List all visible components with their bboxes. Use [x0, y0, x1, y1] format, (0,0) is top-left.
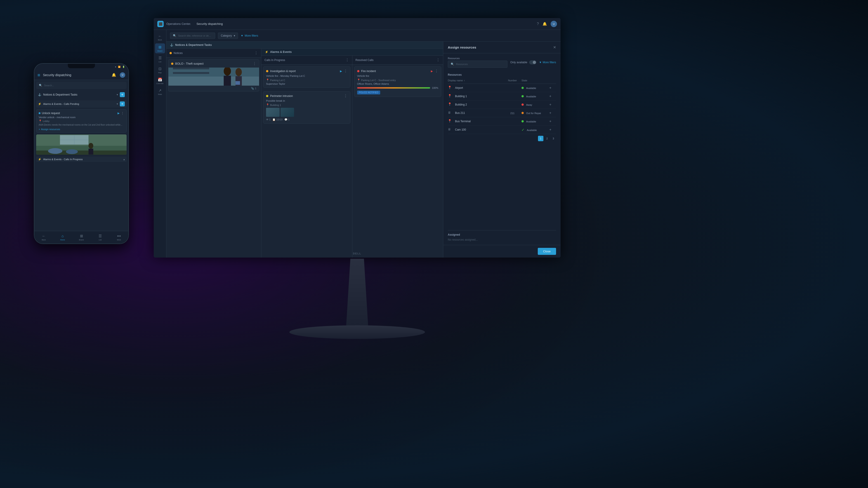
perimeter-title: Perimeter intrusion [270, 94, 342, 98]
investigation-task-card: Investigation & report ▶ ⋮ Vehicle fire … [263, 66, 350, 88]
phone-nav-more[interactable]: ••• More [110, 234, 128, 241]
phone-nav-back-label: Back [42, 239, 46, 241]
page-2-button[interactable]: 2 [544, 136, 550, 141]
bus-terminal-name: Bus Terminal [455, 120, 471, 123]
perimeter-location-pin-icon: 📍 [266, 103, 269, 106]
bus-terminal-state-col: Available [522, 119, 549, 123]
bus211-state-text: Out for Repai [526, 112, 541, 115]
sidebar-label-stats: Stats [158, 93, 162, 95]
phone-nav-back[interactable]: ← Back [34, 234, 53, 241]
perimeter-menu-icon[interactable]: ⋮ [344, 94, 347, 98]
investigation-title: Investigation & report [270, 70, 338, 73]
bell-icon[interactable]: 🔔 [542, 22, 547, 26]
sidebar-item-calendar[interactable]: 📅 Calendar [155, 76, 165, 86]
monitor-screen: ⬛ Operations Center. Security dispatchin… [154, 18, 561, 258]
phone-search-bar[interactable]: 🔍 Search... [36, 82, 127, 89]
toggle-switch[interactable] [529, 60, 536, 64]
sidebar-item-back[interactable]: ← Back [155, 33, 165, 42]
building1-add-button[interactable]: + [549, 94, 551, 98]
sidebar-item-list[interactable]: ☰ List [155, 54, 165, 64]
phone-assign-link[interactable]: + Assign resources [39, 128, 124, 131]
investigation-location-text: Parking Lot C [270, 79, 285, 82]
phone-nav-list[interactable]: ☰ List [91, 234, 110, 241]
investigation-menu-icon[interactable]: ⋮ [344, 69, 347, 73]
fire-progress-fill [357, 87, 430, 89]
stats-icon: ↗ [158, 88, 161, 93]
phone-calls-pending-header[interactable]: ⚡ Alarms & Events - Calls Pending ▾ + [36, 100, 127, 107]
resolved-calls-column: Resolved Calls ⋮ Fire incide [352, 56, 443, 258]
cam100-check-icon: ✓ [522, 128, 524, 132]
phone-calls-pending-add-button[interactable]: + [120, 101, 125, 106]
resolved-calls-menu[interactable]: ⋮ [436, 58, 440, 62]
sidebar-item-stats[interactable]: ↗ Stats [155, 87, 165, 97]
svg-point-13 [236, 68, 242, 76]
phone-unlock-play-icon[interactable]: ▶ [118, 111, 120, 115]
assign-close-button[interactable]: Close [538, 248, 556, 255]
more-filters-button[interactable]: ▼ More filters [241, 34, 258, 37]
airport-add-button[interactable]: + [549, 86, 551, 90]
notices-column: Notices ⋮ BOLO - Theft suspect ⋮ [166, 48, 261, 258]
user-avatar[interactable]: U [551, 21, 557, 27]
investigation-play-icon[interactable]: ▶ [340, 70, 342, 73]
search-box[interactable]: 🔍 Search title, reference or de... [170, 33, 215, 39]
investigation-card-header: Investigation & report ▶ ⋮ [266, 69, 347, 73]
assign-search-input[interactable]: 🔍 Resources [448, 61, 507, 68]
phone-nav-board-label: Board [79, 239, 84, 241]
assigned-section: Assigned No resources assigned... [448, 230, 556, 241]
investigation-people: Supervisor Taylor [266, 83, 347, 85]
col-number-header: Number [503, 79, 522, 82]
col-display-name-label: Display name [448, 79, 463, 82]
bus211-name-col: 🖥 Bus 211 [448, 111, 503, 115]
sidebar-label-calendar: Calendar [156, 83, 163, 85]
phone-nav-home[interactable]: ⌂ Home [53, 234, 72, 241]
assign-search-text: Resources [456, 63, 468, 66]
phone-unlock-status-dot [39, 112, 40, 114]
sidebar-item-board[interactable]: ⊞ Board [155, 43, 165, 53]
building2-add-button[interactable]: + [549, 103, 551, 106]
phone-calls-pending-chevron-icon: ▾ [117, 102, 118, 105]
fire-menu-icon[interactable]: ⋮ [435, 69, 438, 73]
category-select[interactable]: Category ▾ [218, 33, 238, 39]
app-body: ← Back ⊞ Board ☰ List ⊡ Map [154, 30, 561, 258]
resolved-calls-label: Resolved Calls [355, 59, 374, 62]
phone-notices-add-button[interactable]: + [120, 92, 125, 97]
cam100-add-button[interactable]: + [549, 128, 551, 131]
sidebar-label-list: List [158, 61, 161, 63]
resources-pagination: 1 2 3 [448, 136, 556, 141]
monitor-stand [346, 259, 368, 331]
app-logo: ⬛ [157, 21, 164, 27]
cam100-name: Cam 100 [455, 128, 466, 131]
phone-time: ● [115, 66, 116, 68]
phone-nav-board[interactable]: ⊞ Board [72, 234, 91, 241]
fire-play-icon[interactable]: ▶ [431, 70, 433, 73]
phone-battery: 🔋 [122, 66, 125, 68]
sidebar-label-back: Back [158, 39, 162, 41]
page-3-button[interactable]: 3 [551, 136, 556, 141]
assign-more-filters-button[interactable]: ▼ More filters [539, 61, 556, 64]
phone-calls-progress-title: Alarms & Events - Calls In Progress [43, 158, 122, 161]
phone-unlock-menu-icon[interactable]: ⋮ [121, 111, 124, 115]
search-placeholder: Search title, reference or de... [178, 34, 211, 37]
bolo-menu-icon[interactable]: ⋮ [253, 61, 256, 66]
bus211-add-button[interactable]: + [549, 111, 551, 115]
category-chevron-icon: ▾ [234, 34, 235, 37]
page-1-button[interactable]: 1 [538, 136, 544, 141]
phone-notices-section-header[interactable]: ⚓ Notices & Department Tasks ▾ + [36, 91, 127, 98]
building1-state-col: Available [522, 94, 549, 98]
fire-title: Fire incident [361, 70, 429, 73]
app-window: ⬛ Operations Center. Security dispatchin… [154, 18, 561, 258]
phone-bell-icon[interactable]: 🔔 [112, 73, 116, 77]
calls-in-progress-menu[interactable]: ⋮ [345, 58, 349, 62]
phone-calls-progress-header[interactable]: ⚡ Alarms & Events - Calls In Progress ▴ [36, 157, 127, 162]
notices-section-title: Notices & Department Tasks [175, 43, 212, 46]
bus-terminal-add-button[interactable]: + [549, 119, 551, 123]
notices-menu-icon[interactable]: ⋮ [254, 51, 258, 55]
toggle-knob [533, 61, 536, 64]
sort-arrow-icon[interactable]: ↑ [464, 79, 465, 82]
assign-panel-close-icon[interactable]: ✕ [553, 45, 556, 50]
building2-state-text: Away [526, 103, 532, 106]
sidebar-item-map[interactable]: ⊡ Map [155, 65, 165, 75]
phone-avatar[interactable]: U [120, 72, 125, 78]
help-icon[interactable]: ? [537, 22, 539, 26]
bolo-status-dot [171, 63, 174, 65]
